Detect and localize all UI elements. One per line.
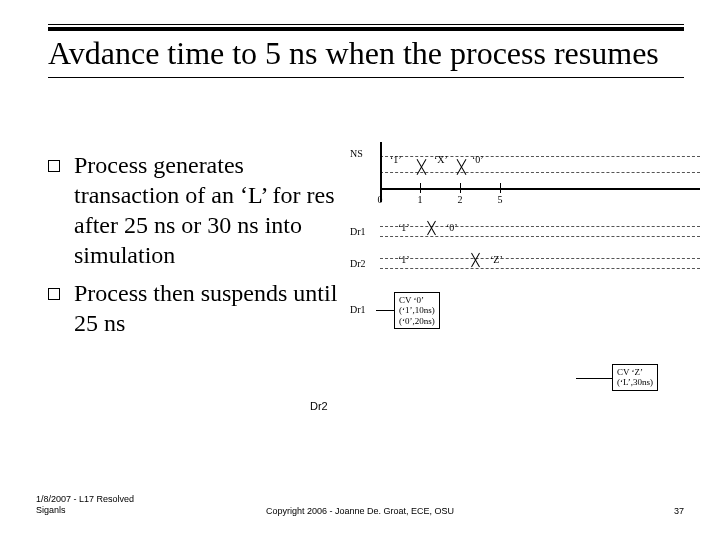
- box-line: CV ‘Z’: [617, 367, 653, 377]
- slide: Avdance time to 5 ns when the process re…: [0, 0, 720, 540]
- slide-title: Avdance time to 5 ns when the process re…: [48, 31, 684, 78]
- row-dr1: Dr1 ‘1’ ‘0’: [346, 222, 700, 248]
- value-label: ‘X’: [434, 154, 448, 165]
- tick: [380, 183, 381, 193]
- row-label: Dr1: [350, 226, 366, 237]
- bullet-text: Process then suspends until 25 ns: [74, 278, 338, 338]
- value-label: ‘0’: [472, 154, 484, 165]
- row-label: Dr2: [350, 258, 366, 269]
- timeline-ns: NS 0 1 2 5 ‘1’ ‘X’ ‘0’: [346, 150, 700, 216]
- dr2-standalone-label: Dr2: [310, 400, 328, 412]
- time-axis: [380, 188, 700, 190]
- box-line: (‘1’,10ns): [399, 305, 435, 315]
- bullet-marker-icon: [48, 288, 60, 300]
- row-dr2: Dr2 ‘1’ ‘Z’: [346, 254, 700, 280]
- box-line: CV ‘0’: [399, 295, 435, 305]
- transition-icon: [424, 220, 438, 236]
- data-box: CV ‘Z’ (‘L’,30ns): [612, 364, 658, 391]
- lead-line: [376, 310, 394, 311]
- value-label: ‘0’: [446, 222, 458, 233]
- lead-line: [576, 378, 612, 379]
- boxrow-dr1: Dr1 CV ‘0’ (‘1’,10ns) (‘0’,20ns): [346, 290, 700, 334]
- data-box: CV ‘0’ (‘1’,10ns) (‘0’,20ns): [394, 292, 440, 329]
- dash-line: [380, 156, 700, 157]
- bullet-marker-icon: [48, 160, 60, 172]
- transition-icon: [454, 158, 468, 176]
- tick: [420, 183, 421, 193]
- box-line: (‘0’,20ns): [399, 316, 435, 326]
- signal-label: NS: [350, 148, 363, 159]
- title-rule-bottom: [48, 77, 684, 78]
- value-label: ‘1’: [398, 222, 410, 233]
- footer-page-number: 37: [674, 506, 684, 516]
- tick: [500, 183, 501, 193]
- bullet-text: Process generates transaction of an ‘L’ …: [74, 150, 338, 270]
- body-text: Process generates transaction of an ‘L’ …: [48, 150, 338, 346]
- dash-line: [380, 172, 700, 173]
- tick-label: 0: [378, 194, 383, 205]
- tick: [460, 183, 461, 193]
- dash-line: [380, 268, 700, 269]
- tick-label: 2: [458, 194, 463, 205]
- bullet-item: Process generates transaction of an ‘L’ …: [48, 150, 338, 270]
- timing-figure: NS 0 1 2 5 ‘1’ ‘X’ ‘0’ Dr1 ‘1’ ‘0: [340, 150, 700, 402]
- row-label: Dr1: [350, 304, 366, 315]
- box-line: (‘L’,30ns): [617, 377, 653, 387]
- footer-date: 1/8/2007 - L17 Resolved: [36, 494, 134, 505]
- tick-label: 5: [498, 194, 503, 205]
- dash-line: [380, 258, 700, 259]
- boxrow-dr2: CV ‘Z’ (‘L’,30ns): [346, 358, 700, 402]
- origin-line: [380, 142, 382, 202]
- title-block: Avdance time to 5 ns when the process re…: [48, 24, 684, 78]
- transition-icon: [468, 252, 482, 268]
- value-label: ‘Z’: [490, 254, 503, 265]
- value-label: ‘1’: [398, 254, 410, 265]
- transition-icon: [414, 158, 428, 176]
- footer-center: Copyright 2006 - Joanne De. Groat, ECE, …: [0, 506, 720, 516]
- title-rule-top: [48, 24, 684, 25]
- dash-line: [380, 236, 700, 237]
- tick-label: 1: [418, 194, 423, 205]
- bullet-item: Process then suspends until 25 ns: [48, 278, 338, 338]
- value-label: ‘1’: [390, 154, 402, 165]
